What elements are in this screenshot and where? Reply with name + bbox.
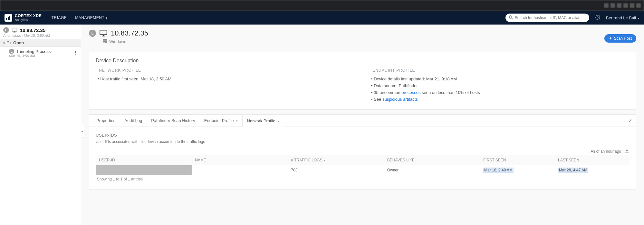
expand-panel-icon[interactable]: ⤢	[625, 115, 636, 126]
sidebar-open-group[interactable]: Open	[0, 39, 81, 47]
severity-badge: L	[3, 27, 9, 33]
cell-behaves: Owner	[384, 165, 480, 175]
network-profile-heading: NETWORK PROFILE	[99, 68, 350, 73]
severity-badge: L	[89, 30, 96, 37]
col-user-id[interactable]: USER-ID	[96, 155, 192, 165]
tab-pathfinder-history[interactable]: Pathfinder Scan History	[147, 115, 200, 126]
network-first-seen: Host traffic first seen: Mar 18, 2:50 AM	[96, 77, 350, 81]
userids-table: USER-ID NAME # TRAFFIC LOGS BEHAVES LIKE…	[96, 155, 630, 175]
processes-link[interactable]: processes	[401, 90, 420, 95]
tab-endpoint-profile[interactable]: Endpoint Profile	[200, 115, 242, 126]
page-title-ip: 10.83.72.35	[111, 29, 148, 37]
chevron-down-icon	[235, 118, 238, 123]
chevron-down-icon	[638, 15, 639, 20]
user-menu[interactable]: Bertrand Le Ball	[606, 15, 639, 20]
chevron-down-icon	[106, 15, 108, 20]
table-entries-summary: Showing 1 to 1 of 1 entries	[96, 175, 630, 183]
user-name: Bertrand Le Ball	[606, 15, 636, 20]
col-last-seen[interactable]: LAST SEEN	[555, 155, 630, 165]
svg-rect-14	[103, 41, 105, 43]
sidebar-item-title: Tunneling Process	[16, 49, 51, 54]
tab-properties[interactable]: Properties	[92, 115, 120, 126]
col-behaves-like[interactable]: BEHAVES LIKE	[384, 155, 480, 165]
svg-rect-6	[12, 28, 17, 31]
sidebar: L 10.83.72.35 Anomalous · Mar 18, 3:50 A…	[0, 25, 81, 225]
endpoint-updated: Device details last updated: Mar 21, 9:1…	[369, 77, 623, 81]
tab-network-profile[interactable]: Network Profile	[242, 115, 284, 127]
brand-title: CORTEX XDR	[15, 14, 42, 18]
brand[interactable]: CORTEX XDR Analytics	[5, 14, 42, 22]
endpoint-processes: 35 uncommon processes seen on less than …	[369, 90, 623, 95]
svg-rect-0	[6, 18, 7, 20]
monitor-icon	[11, 27, 18, 33]
userids-title: USER-IDS	[96, 133, 630, 138]
svg-rect-15	[105, 41, 108, 43]
page-os-label: Windows	[109, 39, 126, 44]
search-icon	[509, 15, 513, 20]
scan-host-button[interactable]: ✦ Scan Host	[604, 34, 636, 43]
nav-triage[interactable]: TRIAGE	[52, 15, 67, 20]
svg-point-3	[509, 16, 512, 18]
cell-name	[192, 165, 288, 175]
nav-management-label: MANAGEMENT	[75, 15, 104, 20]
userids-asof: As of an hour ago	[591, 149, 621, 154]
scan-host-label: Scan Host	[614, 36, 632, 41]
brand-logo-icon	[5, 14, 12, 22]
windows-icon	[103, 39, 107, 44]
svg-rect-1	[8, 17, 9, 20]
endpoint-artifacts: See suspicious artifacts	[369, 97, 623, 102]
target-icon: ✦	[609, 36, 612, 41]
col-first-seen[interactable]: FIRST SEEN	[480, 155, 555, 165]
svg-rect-13	[105, 39, 108, 41]
chevron-down-icon	[3, 40, 5, 45]
chevron-down-icon	[322, 158, 325, 162]
sidebar-item-time: Mar 18, 3:50 AM	[9, 54, 81, 58]
suspicious-artifacts-link[interactable]: suspicious artifacts	[382, 97, 418, 102]
svg-rect-9	[100, 30, 107, 35]
folder-icon	[7, 40, 11, 45]
svg-rect-2	[9, 16, 10, 20]
endpoint-datasource: Data source: Pathfinder	[369, 83, 623, 88]
col-traffic-logs[interactable]: # TRAFFIC LOGS	[288, 155, 384, 165]
chevron-down-icon	[277, 118, 279, 123]
svg-rect-16	[625, 152, 629, 153]
svg-point-5	[597, 17, 598, 18]
table-row[interactable]: 783 Owner Mar 18, 2:49 AM Mar 28, 4:47 A…	[96, 165, 630, 175]
card-title: Device Description	[96, 58, 630, 64]
sidebar-ip: 10.83.72.35	[20, 27, 45, 33]
topbar: CORTEX XDR Analytics TRIAGE MANAGEMENT B…	[0, 11, 644, 25]
sidebar-status: Anomalous · Mar 18, 3:50 AM	[3, 34, 78, 37]
main-content: L 10.83.72.35 Windows ✦ Scan Host	[81, 25, 644, 225]
cell-last-seen: Mar 28, 4:47 AM	[555, 165, 630, 175]
brand-subtitle: Analytics	[15, 18, 42, 22]
search-box[interactable]	[505, 14, 589, 22]
cell-first-seen: Mar 18, 2:49 AM	[480, 165, 555, 175]
download-icon[interactable]	[624, 148, 630, 154]
cell-user-id	[96, 165, 192, 175]
monitor-icon	[99, 29, 108, 37]
nav-management[interactable]: MANAGEMENT	[75, 15, 108, 20]
col-name[interactable]: NAME	[192, 155, 288, 165]
sidebar-finding-item[interactable]: L Tunneling Process Mar 18, 3:50 AM ⋮	[0, 47, 81, 60]
userids-panel: USER-IDS User-IDs associated with this d…	[89, 127, 636, 189]
sidebar-collapse-handle[interactable]: ◂	[81, 125, 84, 138]
sidebar-open-label: Open	[13, 40, 24, 45]
tab-audit-log[interactable]: Audit Log	[120, 115, 147, 126]
kebab-menu-icon[interactable]: ⋮	[73, 50, 78, 55]
detail-tabs: Properties Audit Log Pathfinder Scan His…	[89, 114, 636, 127]
search-input[interactable]	[515, 15, 586, 20]
userids-subtitle: User-IDs associated with this device acc…	[96, 139, 630, 144]
device-description-card: Device Description NETWORK PROFILE Host …	[89, 52, 636, 110]
svg-rect-12	[103, 39, 105, 41]
browser-tabstrip	[0, 0, 644, 11]
cell-traffic: 783	[288, 165, 384, 175]
severity-badge: L	[9, 49, 14, 54]
svg-line-4	[512, 18, 513, 19]
settings-gear-icon[interactable]	[595, 15, 600, 21]
endpoint-profile-heading: ENDPOINT PROFILE	[372, 68, 623, 73]
